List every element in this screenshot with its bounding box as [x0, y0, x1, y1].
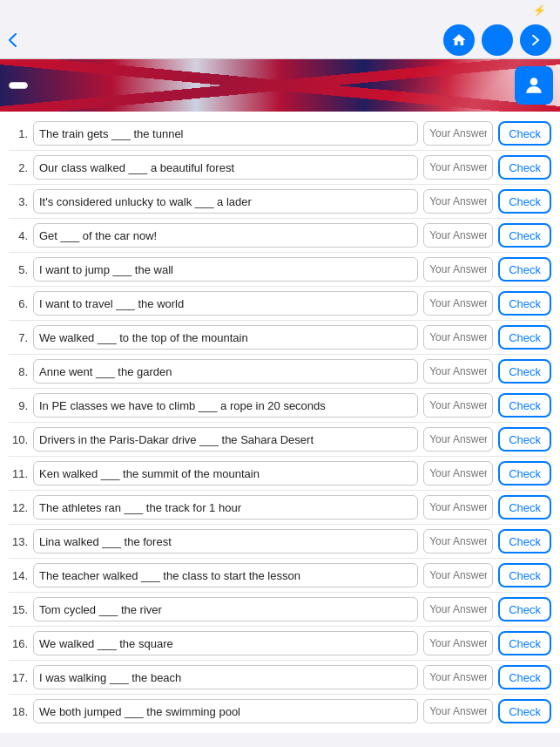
answer-input[interactable]	[423, 223, 493, 248]
question-text: In PE classes we have to climb ___ a rop…	[33, 393, 418, 418]
check-button[interactable]: Check	[498, 155, 551, 180]
check-button[interactable]: Check	[498, 223, 551, 248]
check-button[interactable]: Check	[498, 631, 551, 655]
question-number: 7.	[9, 331, 28, 344]
question-number: 13.	[9, 535, 28, 548]
arrow-right-icon	[528, 32, 543, 48]
question-row: 6.I want to travel ___ the worldCheck	[9, 287, 551, 321]
question-number: 9.	[9, 399, 28, 412]
question-row: 15.Tom cycled ___ the riverCheck	[9, 593, 551, 627]
answer-input[interactable]	[423, 495, 493, 520]
home-icon	[451, 32, 467, 48]
answer-input[interactable]	[423, 461, 493, 486]
check-button[interactable]: Check	[498, 257, 551, 282]
answer-input[interactable]	[423, 427, 493, 452]
question-text: Tom cycled ___ the river	[33, 597, 418, 621]
answer-input[interactable]	[423, 121, 493, 146]
question-number: 12.	[9, 501, 28, 514]
answer-input[interactable]	[423, 359, 493, 384]
question-number: 14.	[9, 569, 28, 582]
question-text: Our class walked ___ a beautiful forest	[33, 155, 418, 180]
check-button[interactable]: Check	[498, 529, 551, 553]
check-button[interactable]: Check	[498, 461, 551, 486]
check-button[interactable]: Check	[498, 393, 551, 418]
question-text: The teacher walked ___ the class to star…	[33, 563, 418, 587]
question-row: 12.The athletes ran ___ the track for 1 …	[9, 491, 551, 525]
question-number: 18.	[9, 705, 28, 718]
next-button[interactable]	[520, 24, 551, 56]
question-text: I was walking ___ the beach	[33, 665, 418, 689]
question-text: The athletes ran ___ the track for 1 hou…	[33, 495, 418, 520]
question-text: It's considered unlucky to walk ___ a la…	[33, 189, 418, 214]
question-text: Lina walked ___ the forest	[33, 529, 418, 553]
status-bar: ⚡	[0, 0, 560, 21]
answer-input[interactable]	[423, 699, 493, 723]
question-number: 16.	[9, 637, 28, 650]
chevron-left-icon	[9, 33, 17, 47]
answer-input[interactable]	[423, 257, 493, 282]
answer-input[interactable]	[423, 563, 493, 587]
home-button[interactable]	[443, 24, 475, 56]
check-button[interactable]: Check	[498, 291, 551, 316]
question-number: 15.	[9, 603, 28, 616]
answer-input[interactable]	[423, 291, 493, 316]
question-number: 17.	[9, 671, 28, 684]
questions-container: 1.The train gets ___ the tunnelCheck2.Ou…	[0, 112, 560, 733]
answer-input[interactable]	[423, 189, 493, 214]
check-button[interactable]: Check	[498, 563, 551, 587]
check-button[interactable]: Check	[498, 121, 551, 146]
back-button[interactable]	[9, 33, 19, 47]
check-button[interactable]: Check	[498, 189, 551, 214]
answer-input[interactable]	[423, 631, 493, 655]
question-number: 8.	[9, 365, 28, 378]
question-row: 11.Ken walked ___ the summit of the moun…	[9, 457, 551, 491]
check-button[interactable]: Check	[498, 495, 551, 520]
answer-input[interactable]	[423, 155, 493, 180]
question-row: 18.We both jumped ___ the swimming poolC…	[9, 695, 551, 728]
question-text: Get ___ of the car now!	[33, 223, 418, 248]
profile-icon	[515, 66, 553, 105]
svg-point-0	[530, 78, 538, 85]
question-number: 6.	[9, 297, 28, 310]
answer-input[interactable]	[423, 325, 493, 350]
question-text: We both jumped ___ the swimming pool	[33, 699, 418, 723]
header-banner	[0, 59, 560, 112]
question-number: 2.	[9, 161, 28, 174]
question-row: 3.It's considered unlucky to walk ___ a …	[9, 185, 551, 219]
check-button[interactable]: Check	[498, 699, 551, 723]
question-number: 5.	[9, 263, 28, 276]
question-row: 14.The teacher walked ___ the class to s…	[9, 559, 551, 593]
question-row: 13.Lina walked ___ the forestCheck	[9, 525, 551, 559]
question-number: 4.	[9, 229, 28, 242]
question-text: I want to jump ___ the wall	[33, 257, 418, 282]
check-button[interactable]: Check	[498, 427, 551, 452]
answer-input[interactable]	[423, 665, 493, 689]
question-text: Anne went ___ the garden	[33, 359, 418, 384]
question-text: I want to travel ___ the world	[33, 291, 418, 316]
answer-input[interactable]	[423, 597, 493, 621]
question-text: We walked ___ to the top of the mountain	[33, 325, 418, 350]
question-number: 3.	[9, 195, 28, 208]
check-button[interactable]: Check	[498, 325, 551, 350]
check-button[interactable]: Check	[498, 359, 551, 384]
puntos-badge	[9, 82, 28, 89]
check-button[interactable]: Check	[498, 665, 551, 689]
question-row: 5.I want to jump ___ the wallCheck	[9, 253, 551, 287]
question-text: Drivers in the Paris-Dakar drive ___ the…	[33, 427, 418, 452]
answer-input[interactable]	[423, 529, 493, 553]
question-text: Ken walked ___ the summit of the mountai…	[33, 461, 418, 486]
question-row: 2.Our class walked ___ a beautiful fores…	[9, 151, 551, 185]
help-button[interactable]	[482, 24, 513, 56]
status-right: ⚡	[533, 4, 550, 17]
answer-input[interactable]	[423, 393, 493, 418]
question-row: 16.We walked ___ the squareCheck	[9, 627, 551, 661]
question-row: 10.Drivers in the Paris-Dakar drive ___ …	[9, 423, 551, 457]
bluetooth-icon: ⚡	[533, 4, 546, 17]
check-button[interactable]: Check	[498, 597, 551, 621]
nav-actions	[443, 24, 551, 56]
question-row: 4.Get ___ of the car now!Check	[9, 219, 551, 253]
question-row: 7.We walked ___ to the top of the mounta…	[9, 321, 551, 355]
question-number: 1.	[9, 127, 28, 140]
question-text: We walked ___ the square	[33, 631, 418, 655]
question-number: 10.	[9, 433, 28, 446]
